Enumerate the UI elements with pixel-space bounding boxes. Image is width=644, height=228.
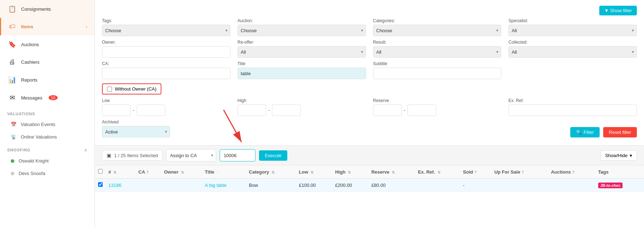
reserve-from-input[interactable] xyxy=(373,105,402,116)
sidebar-item-auctions[interactable]: 🔖 Auctions xyxy=(0,35,94,53)
collected-select[interactable]: All xyxy=(508,46,637,58)
low-to-input[interactable] xyxy=(137,105,165,116)
category-sort-icon[interactable]: ⇅ xyxy=(272,170,274,174)
header-reserve: Reserve ⇅ xyxy=(369,165,415,179)
items-icon: 🏷 xyxy=(8,23,16,30)
owner-filter: Owner: xyxy=(102,40,230,58)
items-selected-indicator: ▣ 1 / 25 Items Selected xyxy=(102,150,162,161)
header-low: Low ⇅ xyxy=(296,165,332,179)
sold-help-icon[interactable]: ? xyxy=(474,170,477,174)
result-filter: Result: All xyxy=(373,40,502,58)
ca-help-icon[interactable]: ? xyxy=(146,170,149,174)
ca-execute-input[interactable] xyxy=(220,149,255,161)
row-number-link[interactable]: 13186 xyxy=(108,183,121,188)
filter-button[interactable]: 🔍 Filter xyxy=(570,127,600,137)
row-auctions xyxy=(548,179,595,192)
high-from-input[interactable] xyxy=(238,105,266,116)
sidebar-item-reports[interactable]: 📊 Reports xyxy=(0,71,94,89)
header-auctions: Auctions ? xyxy=(548,165,595,179)
archived-label: Archived xyxy=(102,120,170,125)
sidebar-item-valuation-events[interactable]: 📅 Valuation Events xyxy=(0,118,94,131)
row-ex-ref xyxy=(415,179,460,192)
result-label: Result: xyxy=(373,40,502,45)
number-sort-icon[interactable]: ⇅ xyxy=(113,170,116,174)
categories-filter: Categories: Choose xyxy=(373,18,502,36)
row-title-link[interactable]: A big table xyxy=(205,183,227,188)
ex-ref-label: Ex. Ref. xyxy=(508,98,637,103)
devs-status-dot xyxy=(11,172,14,175)
sidebar-item-online-valuations[interactable]: 📡 Online Valuations xyxy=(0,131,94,143)
tags-filter: Tags: Choose xyxy=(102,18,230,36)
snoofing-user-devs[interactable]: Devs Snoofa xyxy=(0,167,94,180)
reserve-sort-icon[interactable]: ⇅ xyxy=(392,170,395,174)
up-for-sale-help-icon[interactable]: ? xyxy=(521,170,524,174)
categories-select[interactable]: Choose xyxy=(373,25,502,36)
row-checkbox-cell xyxy=(95,179,106,192)
ca-input[interactable] xyxy=(102,68,230,79)
archived-select[interactable]: Active Archived All xyxy=(102,126,170,137)
title-sort-icon[interactable]: ↑ xyxy=(217,170,219,174)
owner-input[interactable] xyxy=(102,46,230,58)
header-checkbox-cell xyxy=(95,165,106,179)
messages-badge: 10 xyxy=(49,95,57,100)
low-sort-icon[interactable]: ⇅ xyxy=(311,170,313,174)
sidebar-item-items[interactable]: 🏷 Items › xyxy=(0,18,94,35)
low-from-input[interactable] xyxy=(102,105,131,116)
row-tags: JB-to-chec xyxy=(595,179,644,192)
low-filter: Low - xyxy=(102,98,230,116)
row-title: A big table xyxy=(202,179,246,192)
row-owner xyxy=(161,179,202,192)
header-title: Title ↑ xyxy=(202,165,246,179)
high-label: High xyxy=(238,98,366,103)
tag-badge: JB-to-chec xyxy=(598,183,623,188)
tags-select[interactable]: Choose xyxy=(102,25,230,36)
high-to-input[interactable] xyxy=(272,105,301,116)
ex-ref-input[interactable] xyxy=(508,105,637,116)
without-owner-checkbox[interactable] xyxy=(107,87,112,92)
select-all-checkbox[interactable] xyxy=(98,169,103,174)
re-offer-select[interactable]: All xyxy=(238,46,366,58)
snoofing-user-oswald[interactable]: Oswald Knight xyxy=(0,155,94,167)
online-valuations-icon: 📡 xyxy=(11,134,16,140)
categories-label: Categories: xyxy=(373,18,502,23)
row-ca xyxy=(136,179,161,192)
row-up-for-sale xyxy=(492,179,548,192)
specialist-select[interactable]: All xyxy=(508,25,637,36)
sidebar-item-messages[interactable]: ✉ Messages 10 xyxy=(0,89,94,107)
auction-label: Auction: xyxy=(238,18,366,23)
header-number: # ⇅ xyxy=(106,165,136,179)
owner-label: Owner: xyxy=(102,40,230,45)
result-select[interactable]: All xyxy=(373,46,502,58)
high-sort-icon[interactable]: ⇅ xyxy=(348,170,351,174)
toolbar-wrapper: ▣ 1 / 25 Items Selected Assign to CA Exe… xyxy=(95,146,644,165)
subtitle-label: Subtitle xyxy=(373,61,502,66)
execute-button[interactable]: Execute xyxy=(259,150,287,161)
title-input[interactable] xyxy=(238,68,366,79)
reserve-to-input[interactable] xyxy=(408,105,436,116)
show-filter-button[interactable]: ▼ Show filter xyxy=(599,6,637,15)
header-category: Category ⇅ xyxy=(246,165,296,179)
reserve-filter: Reserve - xyxy=(373,98,502,116)
show-hide-button[interactable]: Show/Hide ▾ xyxy=(600,150,637,161)
sidebar-item-cashiers[interactable]: 🖨 Cashiers xyxy=(0,53,94,71)
subtitle-input[interactable] xyxy=(373,68,502,79)
reset-filter-button[interactable]: Reset filter xyxy=(603,127,637,137)
sidebar-item-consignments[interactable]: 📋 Consignments xyxy=(0,0,94,18)
auctions-help-icon[interactable]: ? xyxy=(572,170,575,174)
ex-ref-filter: Ex. Ref. xyxy=(508,98,637,116)
owner-sort-icon[interactable]: ⇅ xyxy=(181,170,184,174)
cashiers-icon: 🖨 xyxy=(8,58,16,66)
without-owner-checkbox-wrapper[interactable]: Without Owner (CA) xyxy=(102,83,161,94)
show-hide-chevron-icon: ▾ xyxy=(630,153,632,158)
ex-ref-sort-icon[interactable]: ⇅ xyxy=(438,170,440,174)
archived-filter: Archived Active Archived All xyxy=(102,120,170,137)
reports-icon: 📊 xyxy=(8,76,16,84)
re-offer-filter: Re-offer: All xyxy=(238,40,366,58)
row-number: 13186 xyxy=(106,179,136,192)
row-checkbox[interactable] xyxy=(98,182,103,187)
snoofing-collapse-icon[interactable]: ∧ xyxy=(84,147,87,152)
header-up-for-sale: Up For Sale ? xyxy=(492,165,548,179)
assign-action-select[interactable]: Assign to CA xyxy=(166,149,216,161)
auction-select[interactable]: Choose xyxy=(238,25,366,36)
items-chevron-icon: › xyxy=(86,24,87,29)
